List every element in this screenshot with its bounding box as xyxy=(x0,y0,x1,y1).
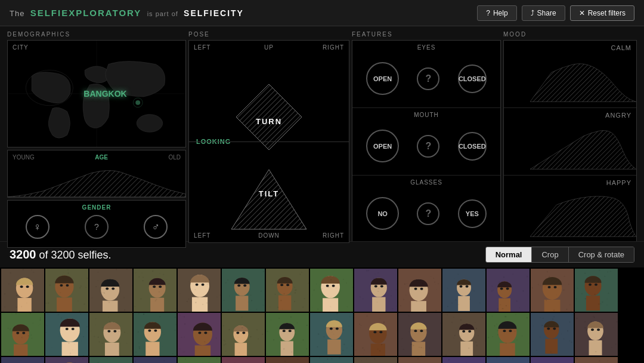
photo-cell[interactable] xyxy=(310,357,353,363)
eyes-label: EYES xyxy=(357,44,496,51)
results-count: 3200 of 3200 selfies. xyxy=(10,248,112,262)
gender-panel[interactable]: GENDER ♀ ? ♂ xyxy=(7,200,186,248)
help-button[interactable]: ? Help xyxy=(477,5,516,21)
calm-curve-svg xyxy=(530,54,636,107)
glasses-circles: NO ? YES xyxy=(357,188,496,239)
header: The SELFIEXPLORATORY is part of SELFIECI… xyxy=(0,0,644,26)
pose-left-top-label: LEFT xyxy=(194,44,210,51)
pose-right-bot-label: RIGHT xyxy=(323,232,344,239)
photo-cell[interactable] xyxy=(442,313,485,356)
male-gender-icon[interactable]: ♂ xyxy=(144,215,168,239)
eyes-row[interactable]: EYES OPEN ? CLOSED xyxy=(352,41,500,108)
photo-cell[interactable] xyxy=(45,269,88,312)
photo-cell[interactable] xyxy=(575,357,618,363)
happy-row[interactable]: HAPPY xyxy=(504,176,636,242)
photo-cell[interactable] xyxy=(398,313,441,356)
pose-right-top-label: RIGHT xyxy=(323,44,344,51)
photo-cell[interactable] xyxy=(442,269,485,312)
header-actions: ? Help ⤴ Share ✕ Reset filters xyxy=(477,5,634,21)
glasses-yes-circle[interactable]: YES xyxy=(458,199,487,228)
photo-cell[interactable] xyxy=(134,357,177,363)
age-label: AGE xyxy=(95,154,108,161)
age-panel[interactable]: YOUNG AGE OLD xyxy=(7,150,186,198)
angry-row[interactable]: ANGRY xyxy=(504,108,636,176)
demographics-section: DEMOGRAPHICS CITY xyxy=(7,31,186,236)
turn-label: TURN xyxy=(256,117,282,126)
svg-point-1 xyxy=(135,100,140,105)
photo-cell[interactable] xyxy=(45,313,88,356)
photo-cell[interactable] xyxy=(310,313,353,356)
unknown-gender-icon[interactable]: ? xyxy=(85,215,109,239)
header-prefix: The xyxy=(10,9,24,18)
young-label: YOUNG xyxy=(13,154,35,161)
photo-cell[interactable] xyxy=(222,313,265,356)
age-labels: YOUNG AGE OLD xyxy=(8,154,185,161)
photo-cell[interactable] xyxy=(487,313,530,356)
normal-view-button[interactable]: Normal xyxy=(486,247,532,262)
eyes-open-circle[interactable]: OPEN xyxy=(366,62,399,95)
city-name-label: BANGKOK xyxy=(83,89,126,99)
photo-cell[interactable] xyxy=(531,269,574,312)
calm-row[interactable]: CALM xyxy=(504,41,636,108)
features-panel: EYES OPEN ? CLOSED MO xyxy=(352,40,501,243)
photo-cell[interactable] xyxy=(442,357,485,363)
eyes-unknown-circle[interactable]: ? xyxy=(417,67,439,90)
photo-cell[interactable] xyxy=(89,269,132,312)
share-icon: ⤴ xyxy=(531,9,534,17)
results-count-suffix: of 3200 selfies. xyxy=(39,249,112,261)
photo-cell[interactable] xyxy=(134,313,177,356)
crop-rotate-view-button[interactable]: Crop & rotate xyxy=(569,247,634,262)
photo-cell[interactable] xyxy=(575,269,618,312)
photo-cell[interactable] xyxy=(266,269,309,312)
photo-cell[interactable] xyxy=(310,269,353,312)
eyes-closed-circle[interactable]: CLOSED xyxy=(458,64,487,93)
photo-cell[interactable] xyxy=(266,357,309,363)
photo-cell[interactable] xyxy=(354,269,397,312)
photo-cell[interactable] xyxy=(134,269,177,312)
mouth-row[interactable]: MOUTH OPEN ? CLOSED xyxy=(352,108,500,176)
mouth-circles: OPEN ? CLOSED xyxy=(357,121,496,171)
photo-cell[interactable] xyxy=(1,313,44,356)
photo-cell[interactable] xyxy=(178,357,221,363)
glasses-no-circle[interactable]: NO xyxy=(366,197,399,230)
glasses-row[interactable]: GLASSES NO ? YES xyxy=(352,176,500,242)
reset-button[interactable]: ✕ Reset filters xyxy=(570,5,634,21)
share-button[interactable]: ⤴ Share xyxy=(522,5,565,21)
pose-down-label: DOWN xyxy=(258,232,280,239)
features-section: FEATURES EYES OPEN ? CLOSED xyxy=(352,31,501,236)
city-panel[interactable]: CITY xyxy=(7,40,186,147)
age-curve-svg xyxy=(8,167,185,197)
photo-cell[interactable] xyxy=(354,357,397,363)
results-count-number: 3200 xyxy=(10,248,36,261)
happy-label: HAPPY xyxy=(606,179,631,186)
photo-cell[interactable] xyxy=(178,269,221,312)
photo-cell[interactable] xyxy=(354,313,397,356)
female-gender-icon[interactable]: ♀ xyxy=(26,215,49,239)
eyes-circles: OPEN ? CLOSED xyxy=(357,53,496,104)
photo-cell[interactable] xyxy=(222,269,265,312)
photo-cell[interactable] xyxy=(487,269,530,312)
glasses-unknown-circle[interactable]: ? xyxy=(417,202,439,225)
photo-cell[interactable] xyxy=(89,313,132,356)
photo-cell[interactable] xyxy=(531,357,574,363)
photo-cell[interactable] xyxy=(575,313,618,356)
mouth-closed-circle[interactable]: CLOSED xyxy=(458,132,487,161)
mouth-open-circle[interactable]: OPEN xyxy=(366,130,399,162)
photo-cell[interactable] xyxy=(222,357,265,363)
tilt-label: TILT xyxy=(259,189,279,198)
photo-cell[interactable] xyxy=(1,357,44,363)
photo-cell[interactable] xyxy=(89,357,132,363)
photo-cell[interactable] xyxy=(487,357,530,363)
photo-cell[interactable] xyxy=(398,269,441,312)
happy-curve-svg xyxy=(530,189,636,242)
photo-cell[interactable] xyxy=(1,269,44,312)
photo-cell[interactable] xyxy=(531,313,574,356)
photo-cell[interactable] xyxy=(45,357,88,363)
crop-view-button[interactable]: Crop xyxy=(532,247,568,262)
photo-cell[interactable] xyxy=(266,313,309,356)
photo-cell[interactable] xyxy=(178,313,221,356)
pose-panel[interactable]: UP DOWN LEFT RIGHT LEFT RIGHT LOOKING TU… xyxy=(188,40,349,243)
photo-cell[interactable] xyxy=(398,357,441,363)
mouth-unknown-circle[interactable]: ? xyxy=(417,135,439,158)
svg-marker-10 xyxy=(231,170,306,229)
